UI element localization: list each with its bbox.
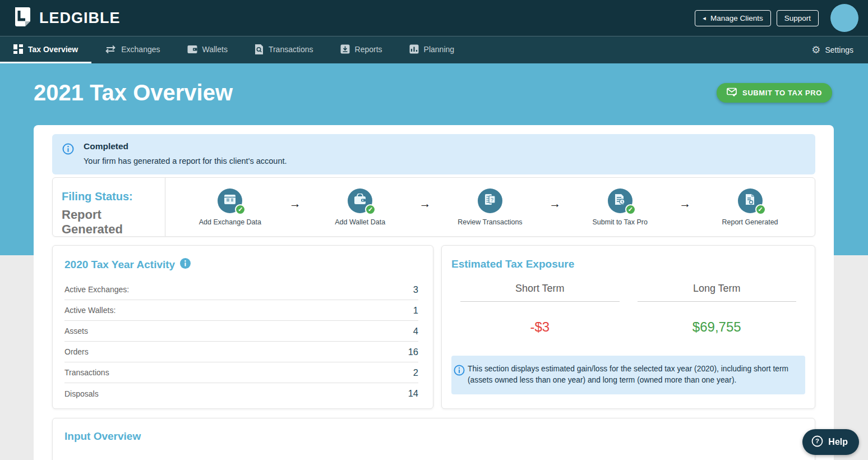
arrow-right-icon: → xyxy=(289,197,301,210)
tab-reports[interactable]: Reports xyxy=(327,36,396,63)
svg-text:?: ? xyxy=(491,197,493,203)
step-review-transactions[interactable]: ? ✓ Review Transactions xyxy=(442,188,538,226)
short-term-header: Short Term xyxy=(460,283,620,302)
tab-label: Transactions xyxy=(269,45,313,54)
gear-icon: ⚙ xyxy=(811,45,820,55)
arrow-right-icon: → xyxy=(419,197,431,210)
info-filled-icon[interactable] xyxy=(180,258,191,272)
long-term-value: $69,755 xyxy=(638,319,797,335)
tab-transactions[interactable]: Transactions xyxy=(241,36,327,63)
bar-chart-icon xyxy=(409,44,419,54)
info-icon xyxy=(454,365,465,386)
step-submit-to-tax-pro[interactable]: ✓ Submit to Tax Pro xyxy=(572,188,668,226)
exchange-data-icon xyxy=(223,194,237,208)
row-label: Transactions xyxy=(64,368,109,377)
check-badge-icon: ✓ xyxy=(755,204,766,215)
settings-button[interactable]: ⚙ Settings xyxy=(808,36,857,63)
exposure-note-text: This section displays estimated gain/los… xyxy=(468,364,797,386)
row-value: 3 xyxy=(413,284,418,295)
step-report-generated[interactable]: ✓ Report Generated xyxy=(703,188,798,226)
tab-label: Reports xyxy=(355,45,382,54)
arrow-right-icon: → xyxy=(549,197,561,210)
brand-name: LEDGIBLE xyxy=(39,10,121,27)
filing-status-label: Filing Status: xyxy=(62,190,165,203)
content-card: Completed Your firm has generated a repo… xyxy=(34,125,834,460)
manage-clients-label: Manage Clients xyxy=(710,14,763,22)
help-button[interactable]: ? Help xyxy=(802,429,859,455)
step-label: Report Generated xyxy=(722,218,778,226)
step-label: Add Wallet Data xyxy=(335,218,385,226)
support-label: Support xyxy=(784,14,811,22)
tab-label: Planning xyxy=(424,45,455,54)
tab-planning[interactable]: Planning xyxy=(396,36,468,63)
step-add-wallet-data[interactable]: ✓ Add Wallet Data xyxy=(312,188,408,226)
row-value: 1 xyxy=(413,305,418,316)
avatar[interactable] xyxy=(830,3,859,33)
status-banner: Completed Your firm has generated a repo… xyxy=(52,134,815,174)
exposure-title: Estimated Tax Exposure xyxy=(451,258,574,270)
svg-text:?: ? xyxy=(815,438,819,444)
filing-steps: ✓ Add Exchange Data → ✓ Add Wallet Data … xyxy=(165,178,815,236)
banner-title: Completed xyxy=(84,141,287,151)
table-row: Active Exchanges: 3 xyxy=(64,279,418,300)
submit-to-tax-pro-button[interactable]: SUBMIT TO TAX PRO xyxy=(717,83,832,103)
swap-arrows-icon xyxy=(105,45,116,54)
tab-label: Tax Overview xyxy=(28,45,78,54)
download-box-icon xyxy=(340,44,350,54)
dashboard-icon xyxy=(13,44,23,54)
input-overview-card: Input Overview xyxy=(52,418,815,460)
step-add-exchange-data[interactable]: ✓ Add Exchange Data xyxy=(182,188,278,226)
wallet-data-icon xyxy=(353,194,367,208)
page-title: 2021 Tax Overview xyxy=(34,80,233,105)
settings-label: Settings xyxy=(825,45,853,54)
check-badge-icon: ✓ xyxy=(235,204,246,215)
brand[interactable]: LEDGIBLE xyxy=(13,6,121,30)
check-badge-icon: ✓ xyxy=(365,204,376,215)
tab-label: Exchanges xyxy=(121,45,160,54)
submit-tax-pro-icon xyxy=(613,193,626,208)
row-label: Assets xyxy=(64,326,88,335)
table-row: Orders 16 xyxy=(64,342,418,362)
check-badge-icon: ✓ xyxy=(625,204,636,215)
tab-exchanges[interactable]: Exchanges xyxy=(91,36,173,63)
table-row: Disposals 14 xyxy=(64,383,418,404)
long-term-header: Long Term xyxy=(638,283,797,302)
step-label: Submit to Tax Pro xyxy=(593,218,648,226)
row-label: Active Exchanges: xyxy=(64,285,129,294)
filing-status-card: Filing Status: Report Generated ✓ Add Ex… xyxy=(52,177,815,237)
exposure-info-note: This section displays estimated gain/los… xyxy=(451,356,805,394)
banner-message: Your firm has generated a report for thi… xyxy=(84,157,287,165)
row-label: Active Wallets: xyxy=(64,306,116,315)
envelope-check-icon xyxy=(727,88,738,98)
table-row: Transactions 2 xyxy=(64,362,418,383)
info-icon xyxy=(62,143,74,165)
submit-label: SUBMIT TO TAX PRO xyxy=(742,89,822,97)
row-label: Disposals xyxy=(64,389,99,398)
review-transactions-icon: ? xyxy=(484,193,496,208)
step-label: Review Transactions xyxy=(458,218,522,226)
row-value: 14 xyxy=(408,388,418,399)
tax-year-activity-card: 2020 Tax Year Activity Active Exchanges:… xyxy=(52,245,433,409)
report-generated-icon xyxy=(744,193,756,208)
app-header: LEDGIBLE ◂ Manage Clients Support xyxy=(0,0,868,36)
manage-clients-button[interactable]: ◂ Manage Clients xyxy=(695,10,770,26)
back-arrow-icon: ◂ xyxy=(703,15,706,21)
row-value: 2 xyxy=(413,367,418,378)
wallet-icon xyxy=(187,45,197,54)
table-row: Assets 4 xyxy=(64,321,418,342)
support-button[interactable]: Support xyxy=(777,10,819,26)
input-overview-title: Input Overview xyxy=(64,430,141,443)
row-value: 16 xyxy=(408,347,418,357)
tab-tax-overview[interactable]: Tax Overview xyxy=(0,36,91,63)
document-search-icon xyxy=(255,44,264,54)
ledgible-logo-icon xyxy=(13,6,33,30)
arrow-right-icon: → xyxy=(679,197,691,210)
tab-label: Wallets xyxy=(202,45,228,54)
main-nav: Tax Overview Exchanges Wallets Transacti… xyxy=(0,36,868,63)
question-circle-icon: ? xyxy=(811,435,823,449)
row-label: Orders xyxy=(64,347,89,356)
main-content: 2021 Tax Overview SUBMIT TO TAX PRO Comp… xyxy=(0,63,868,460)
estimated-tax-exposure-card: Estimated Tax Exposure Short Term -$3 Lo… xyxy=(441,245,815,409)
tab-wallets[interactable]: Wallets xyxy=(174,36,241,63)
short-term-value: -$3 xyxy=(460,319,620,335)
